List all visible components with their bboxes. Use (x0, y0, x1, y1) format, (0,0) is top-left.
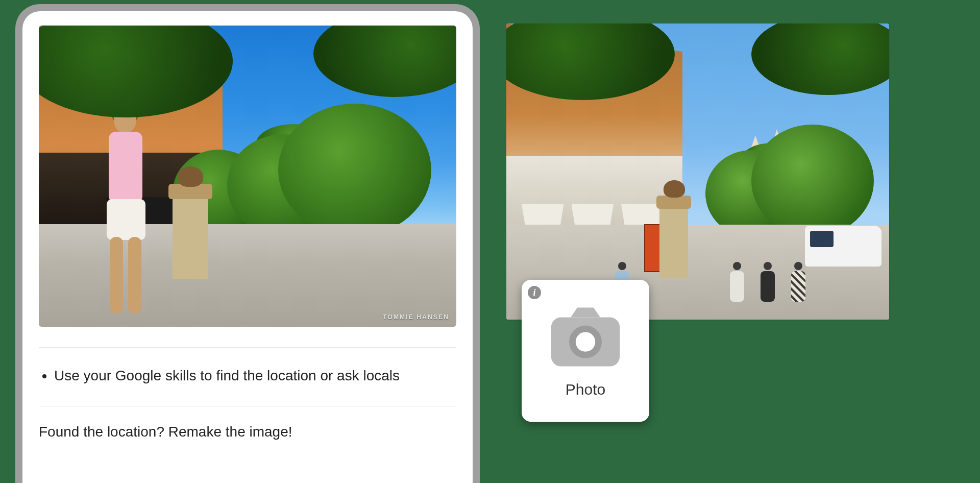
reference-photo: TOMMIE HANSEN (39, 26, 456, 327)
divider (39, 406, 456, 406)
challenge-card: TOMMIE HANSEN Use your Google skills to … (15, 4, 480, 483)
scene-tree (751, 125, 874, 237)
scene-foliage (313, 26, 456, 97)
scene-statue-pedestal (173, 197, 208, 279)
scene-awning (572, 204, 614, 225)
challenge-prompt: Found the location? Remake the image! (39, 424, 456, 440)
scene-statue-pedestal (659, 207, 688, 278)
scene-foliage (751, 23, 889, 95)
scene-tree (278, 104, 431, 236)
scene-pedestrian (728, 262, 746, 302)
scene-van (805, 226, 881, 267)
instruction-item: Use your Google skills to find the locat… (54, 366, 456, 385)
user-photo (506, 23, 889, 320)
scene-awning (522, 204, 564, 225)
camera-icon (545, 296, 626, 378)
scene-person (97, 106, 154, 321)
photo-upload-widget[interactable]: Photo (522, 280, 649, 422)
photo-watermark: TOMMIE HANSEN (383, 313, 449, 321)
info-icon[interactable] (528, 286, 541, 299)
scene-pedestrian (790, 262, 807, 302)
svg-point-2 (576, 332, 595, 351)
widget-label: Photo (566, 381, 605, 398)
divider (39, 347, 456, 348)
instruction-list: Use your Google skills to find the locat… (39, 366, 456, 385)
scene-pedestrian (759, 262, 776, 302)
